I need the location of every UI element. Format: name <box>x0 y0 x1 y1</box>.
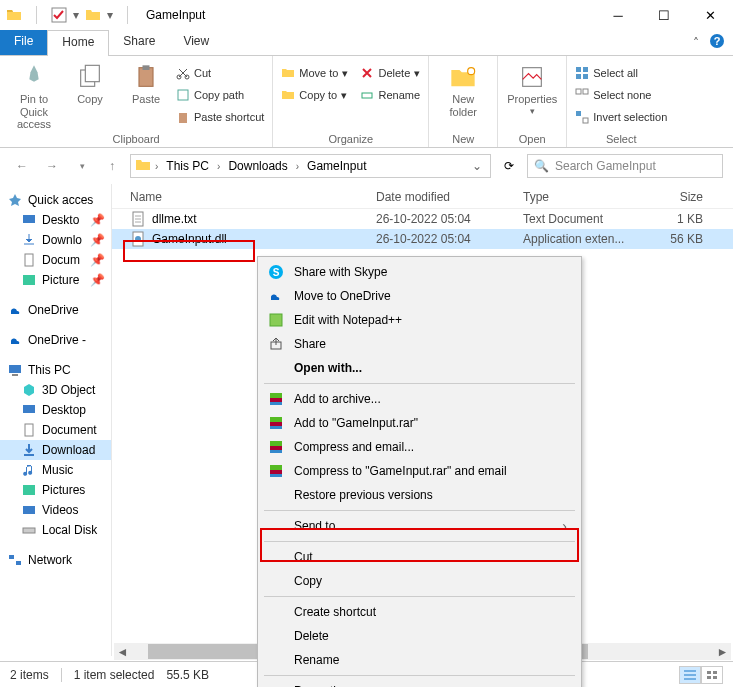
back-button[interactable]: ← <box>10 154 34 178</box>
svg-rect-55 <box>270 465 282 470</box>
copyto-button[interactable]: Copy to ▾ <box>281 85 348 105</box>
ctx-compress-rar-email[interactable]: Compress to "GameInput.rar" and email <box>258 459 581 483</box>
copypath-button[interactable]: Copy path <box>176 85 264 105</box>
nav-downloads[interactable]: Download <box>0 440 111 460</box>
tab-share[interactable]: Share <box>109 30 169 55</box>
nav-localdisk[interactable]: Local Disk <box>0 520 111 540</box>
help-icon[interactable]: ? <box>709 33 725 52</box>
delete-button[interactable]: Delete ▾ <box>360 63 420 83</box>
folder-icon <box>85 7 101 23</box>
ctx-delete[interactable]: Delete <box>258 624 581 648</box>
col-name[interactable]: Name <box>130 190 376 204</box>
selectnone-button[interactable]: Select none <box>575 85 667 105</box>
svg-point-12 <box>468 68 475 75</box>
ctx-cut[interactable]: Cut <box>258 545 581 569</box>
paste-button[interactable]: Paste <box>120 59 172 106</box>
svg-rect-46 <box>270 393 282 398</box>
tab-file[interactable]: File <box>0 30 47 55</box>
ctx-move-onedrive[interactable]: Move to OneDrive <box>258 284 581 308</box>
selectall-button[interactable]: Select all <box>575 63 667 83</box>
breadcrumb-thispc[interactable]: This PC <box>162 159 213 173</box>
ribbon-tabs: File Home Share View ˄ ? <box>0 30 733 56</box>
file-row[interactable]: GameInput.dll 26-10-2022 05:04 Applicati… <box>112 229 733 249</box>
ctx-edit-notepad[interactable]: Edit with Notepad++ <box>258 308 581 332</box>
nav-quickaccess[interactable]: Quick acces <box>0 190 111 210</box>
qat-checkbox-icon[interactable] <box>51 7 67 23</box>
view-details-button[interactable] <box>679 666 701 684</box>
col-type[interactable]: Type <box>523 190 647 204</box>
status-selected: 1 item selected <box>74 668 155 682</box>
svg-rect-18 <box>576 89 581 94</box>
svg-rect-9 <box>178 90 188 100</box>
ctx-add-archive[interactable]: Add to archive... <box>258 387 581 411</box>
minimize-button[interactable]: ─ <box>595 0 641 30</box>
ctx-restore[interactable]: Restore previous versions <box>258 483 581 507</box>
nav-desktop[interactable]: Desktop <box>0 400 111 420</box>
ctx-openwith[interactable]: Open with... <box>258 356 581 380</box>
ctx-copy[interactable]: Copy <box>258 569 581 593</box>
ctx-sendto[interactable]: Send to› <box>258 514 581 538</box>
svg-rect-14 <box>576 67 581 72</box>
breadcrumb-downloads[interactable]: Downloads <box>224 159 291 173</box>
copy-button[interactable]: Copy <box>64 59 116 106</box>
properties-button[interactable]: Properties▾ <box>506 59 558 116</box>
tab-view[interactable]: View <box>169 30 223 55</box>
nav-onedrive2[interactable]: OneDrive - <box>0 330 111 350</box>
ctx-properties[interactable]: Properties <box>258 679 581 687</box>
rename-button[interactable]: Rename <box>360 85 420 105</box>
pin-quickaccess-button[interactable]: Pin to Quick access <box>8 59 60 131</box>
svg-rect-38 <box>713 671 717 674</box>
col-size[interactable]: Size <box>647 190 725 204</box>
svg-rect-28 <box>25 424 33 436</box>
folder-icon <box>135 157 151 176</box>
newfolder-button[interactable]: New folder <box>437 59 489 118</box>
window-title: GameInput <box>146 8 205 22</box>
address-dropdown-icon[interactable]: ⌄ <box>468 159 486 173</box>
pasteshortcut-button[interactable]: Paste shortcut <box>176 107 264 127</box>
svg-rect-33 <box>16 561 21 565</box>
nav-thispc[interactable]: This PC <box>0 360 111 380</box>
view-icons-button[interactable] <box>701 666 723 684</box>
ctx-add-rar[interactable]: Add to "GameInput.rar" <box>258 411 581 435</box>
refresh-button[interactable]: ⟳ <box>497 154 521 178</box>
nav-onedrive[interactable]: OneDrive <box>0 300 111 320</box>
chevron-up-icon[interactable]: ˄ <box>693 36 699 50</box>
qat-dropdown-icon[interactable]: ▾ <box>73 8 79 22</box>
ctx-createshortcut[interactable]: Create shortcut <box>258 600 581 624</box>
search-icon: 🔍 <box>534 159 549 173</box>
svg-rect-26 <box>12 374 18 376</box>
close-button[interactable]: ✕ <box>687 0 733 30</box>
forward-button[interactable]: → <box>40 154 64 178</box>
svg-point-36 <box>135 236 141 242</box>
status-size: 55.5 KB <box>166 668 209 682</box>
nav-desktop-quick[interactable]: Deskto📌 <box>0 210 111 230</box>
search-input[interactable]: 🔍 Search GameInput <box>527 154 723 178</box>
ctx-rename[interactable]: Rename <box>258 648 581 672</box>
col-date[interactable]: Date modified <box>376 190 523 204</box>
tab-home[interactable]: Home <box>47 30 109 55</box>
svg-rect-10 <box>179 113 187 123</box>
file-row[interactable]: dllme.txt 26-10-2022 05:04 Text Document… <box>112 209 733 229</box>
moveto-button[interactable]: Move to ▾ <box>281 63 348 83</box>
cut-button[interactable]: Cut <box>176 63 264 83</box>
nav-pictures-quick[interactable]: Picture📌 <box>0 270 111 290</box>
nav-downloads-quick[interactable]: Downlo📌 <box>0 230 111 250</box>
ctx-compress-email[interactable]: Compress and email... <box>258 435 581 459</box>
ctx-share-skype[interactable]: SShare with Skype <box>258 260 581 284</box>
nav-music[interactable]: Music <box>0 460 111 480</box>
nav-documents[interactable]: Document <box>0 420 111 440</box>
recent-dropdown[interactable]: ▾ <box>70 154 94 178</box>
maximize-button[interactable]: ☐ <box>641 0 687 30</box>
invertselection-button[interactable]: Invert selection <box>575 107 667 127</box>
nav-network[interactable]: Network <box>0 550 111 570</box>
nav-videos[interactable]: Videos <box>0 500 111 520</box>
nav-pane: Quick acces Deskto📌 Downlo📌 Docum📌 Pictu… <box>0 184 112 656</box>
nav-documents-quick[interactable]: Docum📌 <box>0 250 111 270</box>
ctx-share[interactable]: Share <box>258 332 581 356</box>
up-button[interactable]: ↑ <box>100 154 124 178</box>
breadcrumb-gameinput[interactable]: GameInput <box>303 159 370 173</box>
nav-3dobjects[interactable]: 3D Object <box>0 380 111 400</box>
svg-rect-11 <box>362 93 372 98</box>
nav-pictures[interactable]: Pictures <box>0 480 111 500</box>
address-bar[interactable]: › This PC › Downloads › GameInput ⌄ <box>130 154 491 178</box>
